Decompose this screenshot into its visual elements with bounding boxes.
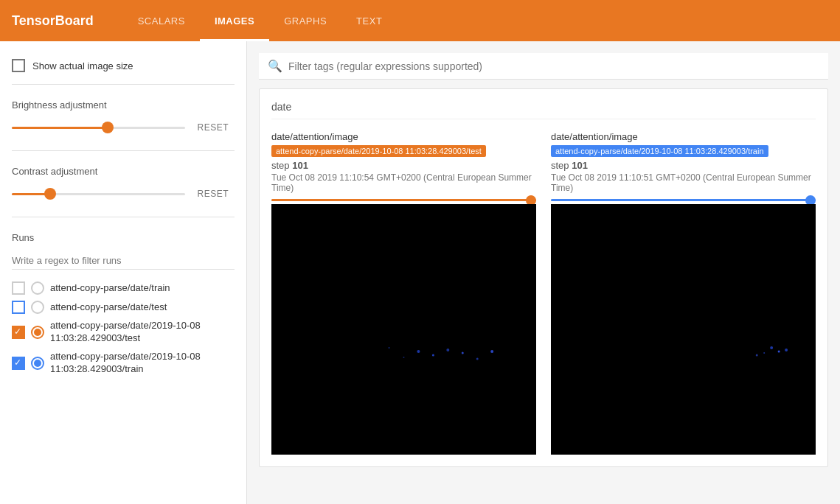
image-panel-1-slider[interactable]: [271, 199, 536, 201]
step-label-1: step: [271, 160, 292, 171]
image-slider-track-1[interactable]: [271, 199, 536, 201]
image-panel-2-time: Tue Oct 08 2019 11:10:51 GMT+0200 (Centr…: [551, 172, 816, 193]
search-input[interactable]: [288, 60, 819, 72]
image-panel-2-title: date/attention/image: [551, 131, 816, 142]
image-slider-fill-1: [271, 199, 536, 201]
run-4-label: attend-copy-parse/date/2019-10-0811:03:2…: [50, 351, 201, 376]
run-4-radio[interactable]: [31, 357, 44, 370]
image-panel-2: date/attention/image attend-copy-parse/d…: [551, 131, 816, 455]
svg-rect-9: [551, 204, 816, 455]
brightness-slider-track[interactable]: [12, 127, 185, 129]
image-panel-2-slider[interactable]: [551, 199, 816, 201]
run-2-radio[interactable]: [31, 301, 44, 314]
brightness-slider-row: RESET: [12, 119, 235, 136]
nav-text[interactable]: TEXT: [341, 0, 397, 41]
runs-title: Runs: [12, 232, 235, 243]
run-3-radio[interactable]: [31, 326, 44, 339]
run-4-checkbox[interactable]: [12, 357, 25, 370]
run-item-2[interactable]: attend-copy-parse/date/test: [12, 298, 235, 317]
sidebar: Show actual image size Brightness adjust…: [0, 41, 247, 504]
run-1-label: attend-copy-parse/date/train: [50, 282, 170, 295]
image-panel-1-time: Tue Oct 08 2019 11:10:54 GMT+0200 (Centr…: [271, 172, 536, 193]
nav-scalars[interactable]: SCALARS: [123, 0, 200, 41]
image-panel-2-step: step 101: [551, 160, 816, 171]
svg-point-3: [446, 349, 449, 351]
contrast-reset-button[interactable]: RESET: [191, 186, 235, 202]
svg-point-5: [389, 347, 390, 349]
image-slider-track-2[interactable]: [551, 199, 816, 201]
contrast-section: Contrast adjustment RESET: [12, 157, 235, 211]
date-section-header: date: [271, 101, 816, 119]
runs-filter-input[interactable]: [12, 252, 235, 270]
run-item-3[interactable]: attend-copy-parse/date/2019-10-0811:03:2…: [12, 317, 235, 348]
run-3-label: attend-copy-parse/date/2019-10-0811:03:2…: [50, 320, 201, 345]
divider-2: [12, 150, 235, 151]
search-icon: 🔍: [268, 59, 282, 73]
contrast-slider-track[interactable]: [12, 193, 185, 195]
run-2-checkbox[interactable]: [12, 301, 25, 314]
svg-point-4: [462, 352, 464, 354]
divider-1: [12, 84, 235, 85]
brightness-slider-fill: [12, 127, 108, 129]
svg-point-13: [785, 349, 788, 351]
contrast-label: Contrast adjustment: [12, 166, 235, 177]
nav-graphs[interactable]: GRAPHS: [269, 0, 341, 41]
search-bar: 🔍: [259, 53, 828, 80]
brightness-label: Brightness adjustment: [12, 99, 235, 111]
show-actual-size-checkbox[interactable]: [12, 59, 25, 72]
svg-point-7: [490, 350, 493, 353]
image-panel-1: date/attention/image attend-copy-parse/d…: [271, 131, 536, 455]
image-panel-2-tag[interactable]: attend-copy-parse/date/2019-10-08 11:03:…: [551, 145, 768, 157]
svg-point-8: [403, 357, 405, 358]
date-card: date date/attention/image attend-copy-pa…: [259, 88, 828, 467]
step-value-2: 101: [572, 160, 588, 171]
svg-rect-0: [271, 204, 536, 455]
image-dots-svg-1: [271, 204, 536, 455]
main-nav: SCALARS IMAGES GRAPHS TEXT: [123, 0, 398, 41]
run-item-4[interactable]: attend-copy-parse/date/2019-10-0811:03:2…: [12, 348, 235, 379]
brightness-reset-button[interactable]: RESET: [191, 119, 235, 136]
runs-section: Runs attend-copy-parse/date/train attend…: [12, 223, 235, 388]
svg-point-12: [763, 352, 765, 354]
run-item-1[interactable]: attend-copy-parse/date/train: [12, 279, 235, 298]
app-logo: TensorBoard: [12, 13, 94, 29]
image-display-2: [551, 204, 816, 455]
image-panel-1-step: step 101: [271, 160, 536, 171]
svg-point-2: [432, 354, 434, 357]
run-3-checkbox[interactable]: [12, 326, 25, 339]
app-header: TensorBoard SCALARS IMAGES GRAPHS TEXT: [0, 0, 840, 41]
show-actual-size-label: Show actual image size: [32, 60, 133, 71]
brightness-slider-thumb[interactable]: [102, 122, 114, 133]
main-layout: Show actual image size Brightness adjust…: [0, 41, 840, 504]
image-dots-svg-2: [551, 204, 816, 455]
svg-point-10: [770, 346, 773, 349]
divider-3: [12, 217, 235, 217]
contrast-slider-thumb[interactable]: [44, 188, 56, 200]
image-panel-1-tag[interactable]: attend-copy-parse/date/2019-10-08 11:03:…: [271, 145, 486, 157]
image-display-1: [271, 204, 536, 455]
run-1-checkbox[interactable]: [12, 281, 25, 295]
svg-point-1: [417, 350, 420, 353]
show-actual-size-row[interactable]: Show actual image size: [12, 53, 235, 78]
svg-point-11: [778, 351, 780, 353]
svg-point-14: [756, 354, 758, 357]
contrast-slider-row: RESET: [12, 186, 235, 202]
step-value-1: 101: [292, 160, 308, 171]
nav-images[interactable]: IMAGES: [200, 0, 269, 41]
image-panel-1-title: date/attention/image: [271, 131, 536, 142]
step-label-2: step: [551, 160, 572, 171]
images-grid: date/attention/image attend-copy-parse/d…: [271, 131, 816, 455]
run-2-label: attend-copy-parse/date/test: [50, 301, 167, 314]
image-slider-fill-2: [551, 199, 816, 201]
svg-point-6: [476, 358, 479, 360]
main-content: 🔍 date date/attention/image attend-copy-…: [247, 41, 840, 504]
run-1-radio[interactable]: [31, 281, 44, 295]
brightness-section: Brightness adjustment RESET: [12, 91, 235, 144]
